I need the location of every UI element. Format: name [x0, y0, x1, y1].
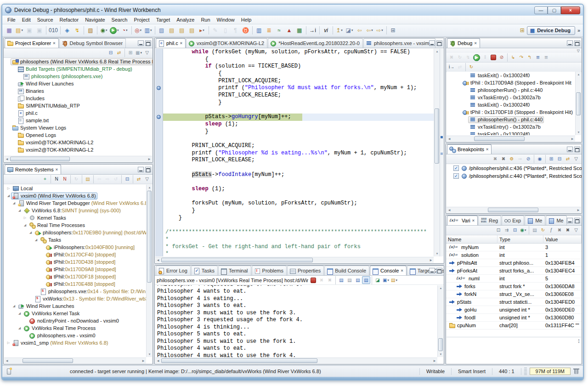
tab-reg[interactable]: Reg	[478, 216, 501, 225]
dropdown-caret-icon[interactable]: ▾	[140, 51, 142, 55]
debug-tree[interactable]: taskExit() - 0x130024f0tPhil : 0x1170D9A…	[447, 72, 575, 135]
breakpoint-icon[interactable]	[157, 115, 161, 119]
tree-item-vxsim0-tok-kmorinag-l2[interactable]: vxsim0@TOK-KMORINAG-L2	[4, 139, 153, 146]
yak-button[interactable]: ♉	[241, 25, 251, 35]
dropdown-caret-icon[interactable]: ▾	[140, 28, 142, 32]
tab-me[interactable]: Me	[546, 216, 566, 225]
tree-item-wind-river-target-debugger[interactable]: ◢Wind River Target Debugger (Wind River …	[4, 199, 146, 207]
expand-expander-icon[interactable]: ▷	[6, 341, 11, 345]
editor-vertical-scrollbar[interactable]: ▲▼	[434, 49, 440, 256]
tree-item-tphil[interactable]: tPhil:0x1170E488 [stopped]	[4, 280, 146, 288]
close-tab-icon[interactable]: ×	[474, 41, 476, 45]
tree-item-wind-river-launches[interactable]: Wind River Launches	[4, 80, 153, 87]
save-button[interactable]: ▣	[24, 25, 34, 35]
dropdown-caret-icon[interactable]: ▾	[150, 28, 152, 32]
variable-row-gohu[interactable]: goHuunsigned int *0x13060DE0	[446, 306, 582, 314]
breakpoint-checkbox[interactable]	[453, 173, 459, 179]
maximize-button[interactable]	[436, 40, 442, 46]
tree-item-taskexit-0x130024f0[interactable]: taskExit() - 0x130024f0	[447, 72, 575, 79]
remote-systems-tree[interactable]: ▷Local◢vxsim0 (Wind River VxWorks 6.8)◢W…	[4, 185, 146, 357]
tab-breakpoints[interactable]: Breakpoints×	[447, 144, 492, 154]
menu-help[interactable]: Help	[238, 17, 255, 23]
tree-item-vxtaskentry-0x13002a7b[interactable]: vxTaskEntry() - 0x13002a7b	[447, 94, 575, 101]
format-button[interactable]: ✎	[210, 25, 220, 35]
tab-error-log[interactable]: Error Log	[156, 266, 191, 275]
overview-ruler[interactable]	[440, 49, 443, 256]
remove-button[interactable]: ✖	[491, 155, 499, 163]
tree-item-iphilosophers[interactable]: iPhilosophers:0x1040F800 [running]	[4, 244, 146, 251]
tree-item-philosophers[interactable]: ◢philosophers:0x1170E9B0 [running] (host…	[4, 229, 146, 236]
filters-button[interactable]: ⊞	[126, 49, 135, 57]
export-log-button[interactable]: ▤	[84, 175, 92, 183]
minimize-button[interactable]	[567, 147, 573, 152]
horizontal-scrollbar[interactable]: ◀▶	[447, 207, 581, 213]
tab-tasks[interactable]: Tasks	[191, 266, 218, 275]
tree-item-simpentiumdiab-rtp[interactable]: SIMPENTIUMdiab_RTP	[4, 102, 153, 109]
menu-project[interactable]: Project	[130, 17, 153, 23]
horizontal-scrollbar[interactable]: ◀▶	[4, 156, 152, 162]
console-output[interactable]: Philosopher 4 requested usage of the for…	[155, 285, 437, 357]
tree-item-tphil[interactable]: tPhil:0x1170D438 [stopped]	[4, 258, 146, 266]
tree-item-vxsim0-wind-river-vxworks-6-8[interactable]: ◢vxsim0 (Wind River VxWorks 6.8)	[4, 192, 146, 199]
dropdown-caret-icon[interactable]: ▾	[126, 28, 128, 32]
rtp-mode-button[interactable]: N	[61, 175, 69, 183]
variable-row-pphilsatt[interactable]: pPhilsAttstruct philoso...0x1304FEB4	[446, 259, 582, 267]
variable-row-forkn[interactable]: forkNstruct _Vx_se...0x13060E08	[446, 290, 582, 298]
tab-hostreadeventlog-20180322-20-0[interactable]: *HostReadEventLog.20180322.20-0	[268, 38, 363, 48]
open-element-button[interactable]: ▧	[157, 25, 167, 35]
watch-expression-button[interactable]: ◉▾	[519, 226, 527, 234]
remove-all-button[interactable]: ✖	[499, 155, 508, 163]
annotation-mark[interactable]	[441, 136, 443, 138]
variable-row-numl[interactable]: numlint5	[446, 275, 582, 283]
code-coverage-button[interactable]: ▦	[294, 25, 305, 35]
tree-item-tphil[interactable]: tPhil:0x1170CF40 [stopped]	[4, 251, 146, 258]
resume-button[interactable]: ▶	[472, 53, 481, 62]
tree-item-noentrypoint-nodownload-vxsim0[interactable]: noEntryPoint - noDownload - vxsim0	[4, 317, 146, 324]
menu-run[interactable]: Run	[198, 17, 213, 23]
menu-analyze[interactable]: Analyze	[173, 17, 198, 23]
new-connection-button[interactable]: +	[41, 175, 49, 183]
go-to-file-button[interactable]: ⇒	[516, 155, 524, 163]
remove-all-launches-button[interactable]: ✖	[326, 276, 334, 284]
remove-button[interactable]: ✖	[555, 226, 564, 234]
tree-item-local[interactable]: ▷Local	[4, 185, 146, 192]
menu-file[interactable]: File	[4, 17, 19, 23]
close-tab-icon[interactable]: ×	[180, 41, 182, 45]
step-return-button[interactable]: ↰	[526, 53, 534, 62]
breakpoint-row[interactable]: /philosophers/phil.c:436 (*Planted*, Res…	[446, 164, 582, 172]
minimize-window-button[interactable]: —	[534, 6, 548, 14]
tree-item-taskexit-0x130024f0[interactable]: taskExit() - 0x130024f0	[447, 101, 575, 108]
link-with-editor-button[interactable]: ⊞	[388, 25, 398, 35]
tree-item-philosophers-wind-river-vxworks-6-8-real[interactable]: philosophers (Wind River VxWorks 6.8 Rea…	[4, 58, 153, 65]
dropdown-caret-icon[interactable]: ▾	[203, 28, 204, 32]
tab-build-console[interactable]: Build Console	[324, 266, 369, 275]
resize-grip[interactable]	[524, 368, 527, 375]
minimize-button[interactable]	[429, 268, 435, 273]
open-perspective-icon[interactable]: ⊞	[520, 27, 525, 34]
collapse-expander-icon[interactable]: ◢	[17, 209, 22, 212]
display-selected-console-button[interactable]: ◪	[373, 276, 382, 284]
minimize-button[interactable]	[567, 218, 573, 223]
tree-item-build-targets-simpentiumdiab-rtp-debug[interactable]: Build Targets (SIMPENTIUMdiab_RTP - debu…	[4, 65, 153, 73]
new-button[interactable]: ▤▾	[14, 25, 24, 35]
variable-row-pforksat[interactable]: pForksAtstruct forks_a...0x1304FEC4	[446, 267, 582, 275]
collapse-expander-icon[interactable]: ◢	[11, 304, 17, 308]
remove-terminated-button[interactable]: ✖	[447, 53, 456, 62]
tree-item-philosophers-vxe-vxsim0[interactable]: philosophers.vxe - vxsim0	[4, 332, 146, 339]
tab-terminal[interactable]: Terminal	[218, 266, 251, 275]
collapse-expander-icon[interactable]: ◢	[11, 201, 17, 205]
last-edit-location-button[interactable]: ↥▾	[334, 25, 345, 35]
perspective-device-debug[interactable]: ▦ Device Debug	[527, 26, 575, 35]
console-horizontal-scrollbar[interactable]: ◀▶	[155, 358, 437, 363]
collapse-expander-icon[interactable]: ◢	[17, 326, 22, 330]
minimize-button[interactable]	[138, 167, 144, 172]
step-over-button[interactable]: ↷	[517, 53, 526, 62]
debug-view-layout-button[interactable]: ≣	[542, 53, 550, 62]
up-button[interactable]: ↺	[112, 175, 120, 183]
menu-refactor[interactable]: Refactor	[57, 17, 82, 23]
dropdown-caret-icon[interactable]: ▾	[106, 28, 107, 32]
minimize-button[interactable]	[429, 40, 435, 46]
minimize-button[interactable]	[138, 40, 144, 46]
console-vertical-scrollbar[interactable]: ▲▼	[437, 285, 443, 357]
show-full-paths-button[interactable]: ⇄	[456, 63, 464, 71]
